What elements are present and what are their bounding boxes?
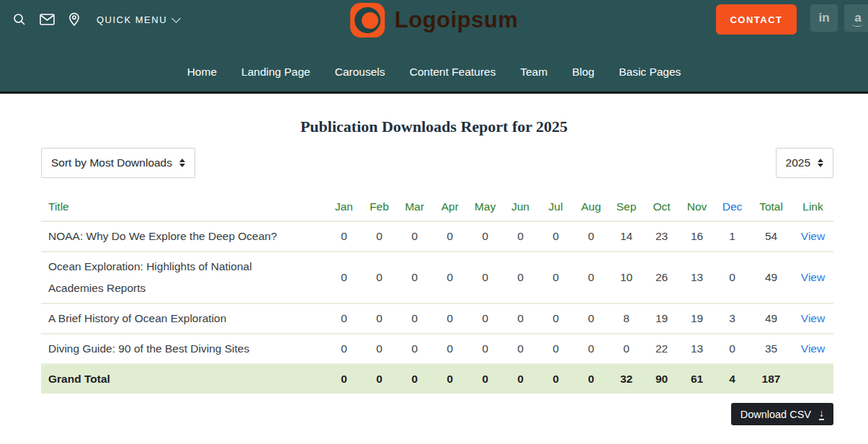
logo[interactable]: Logoipsum bbox=[350, 3, 519, 37]
month-cell: 0 bbox=[573, 221, 609, 252]
sort-select[interactable]: Sort by Most Downloads bbox=[41, 148, 195, 178]
column-header-feb[interactable]: Feb bbox=[362, 196, 397, 221]
month-cell: 3 bbox=[715, 303, 750, 334]
month-cell: 0 bbox=[362, 334, 397, 364]
month-cell: 0 bbox=[573, 252, 609, 303]
month-cell: 0 bbox=[432, 303, 467, 334]
link-cell: View bbox=[792, 221, 833, 252]
main-content: Publication Downloads Report for 2025 So… bbox=[0, 117, 868, 425]
nav-item-carousels[interactable]: Carousels bbox=[335, 66, 385, 79]
column-header-jul[interactable]: Jul bbox=[538, 196, 573, 221]
page-title: Publication Downloads Report for 2025 bbox=[0, 117, 868, 136]
linkedin-icon[interactable]: in bbox=[810, 4, 838, 32]
month-cell: 0 bbox=[397, 221, 432, 252]
grand-month-cell: 90 bbox=[644, 364, 679, 394]
nav-item-team[interactable]: Team bbox=[520, 66, 547, 79]
quick-menu-dropdown[interactable]: QUICK MENU bbox=[97, 14, 179, 25]
column-header-jun[interactable]: Jun bbox=[503, 196, 538, 221]
search-icon[interactable] bbox=[10, 10, 29, 29]
mail-icon[interactable] bbox=[37, 10, 56, 29]
logo-icon bbox=[350, 3, 385, 37]
month-cell: 1 bbox=[715, 221, 750, 252]
column-header-title[interactable]: Title bbox=[41, 196, 326, 221]
site-header: QUICK MENU Logoipsum CONTACT in a HomeLa… bbox=[0, 0, 868, 94]
grand-month-cell: 0 bbox=[362, 364, 397, 394]
column-header-sep[interactable]: Sep bbox=[609, 196, 644, 221]
link-cell: View bbox=[792, 252, 833, 303]
month-cell: 0 bbox=[538, 334, 573, 364]
month-cell: 0 bbox=[326, 334, 362, 364]
chevron-down-icon bbox=[171, 14, 181, 23]
row-title: Ocean Exploration: Highlights of Nationa… bbox=[41, 252, 326, 303]
view-link[interactable]: View bbox=[801, 230, 825, 242]
total-cell: 54 bbox=[750, 221, 792, 252]
month-cell: 0 bbox=[467, 334, 503, 364]
nav-item-blog[interactable]: Blog bbox=[572, 66, 594, 79]
table-row: NOAA: Why Do We Explore the Deep Ocean?0… bbox=[41, 221, 833, 252]
column-header-aug[interactable]: Aug bbox=[573, 196, 609, 221]
month-cell: 0 bbox=[362, 252, 397, 303]
view-link[interactable]: View bbox=[801, 312, 825, 324]
column-header-jan[interactable]: Jan bbox=[326, 196, 362, 221]
month-cell: 0 bbox=[467, 221, 503, 252]
column-header-total[interactable]: Total bbox=[750, 196, 792, 221]
month-cell: 22 bbox=[644, 334, 679, 364]
year-select[interactable]: 2025 bbox=[776, 148, 833, 178]
grand-total-cell: 187 bbox=[750, 364, 792, 394]
month-cell: 13 bbox=[679, 252, 715, 303]
download-csv-button[interactable]: Download CSV ↓ bbox=[731, 403, 833, 425]
total-cell: 35 bbox=[750, 334, 792, 364]
report-controls: Sort by Most Downloads 2025 bbox=[41, 148, 833, 178]
column-header-oct[interactable]: Oct bbox=[644, 196, 679, 221]
column-header-mar[interactable]: Mar bbox=[397, 196, 432, 221]
topbar-actions: CONTACT in a bbox=[716, 4, 868, 35]
column-header-link[interactable]: Link bbox=[792, 196, 833, 221]
table-head: TitleJanFebMarAprMayJunJulAugSepOctNovDe… bbox=[41, 196, 833, 221]
month-cell: 0 bbox=[503, 221, 538, 252]
location-icon[interactable] bbox=[65, 10, 84, 29]
amazon-icon[interactable]: a bbox=[844, 4, 868, 32]
month-cell: 0 bbox=[538, 303, 573, 334]
year-select-value: 2025 bbox=[786, 156, 810, 169]
total-cell: 49 bbox=[750, 252, 792, 303]
month-cell: 0 bbox=[609, 334, 644, 364]
nav-item-basic-pages[interactable]: Basic Pages bbox=[619, 66, 681, 79]
column-header-dec[interactable]: Dec bbox=[715, 196, 750, 221]
month-cell: 16 bbox=[679, 221, 715, 252]
topbar-utility: QUICK MENU bbox=[10, 10, 179, 29]
grand-total-label: Grand Total bbox=[41, 364, 326, 394]
nav-item-content-features[interactable]: Content Features bbox=[409, 66, 496, 79]
month-cell: 0 bbox=[538, 221, 573, 252]
grand-month-cell: 0 bbox=[467, 364, 503, 394]
month-cell: 0 bbox=[432, 252, 467, 303]
month-cell: 0 bbox=[326, 221, 362, 252]
download-row: Download CSV ↓ bbox=[0, 403, 833, 425]
month-cell: 0 bbox=[503, 334, 538, 364]
month-cell: 13 bbox=[679, 334, 715, 364]
month-cell: 0 bbox=[326, 303, 362, 334]
month-cell: 19 bbox=[644, 303, 679, 334]
select-arrows-icon bbox=[818, 159, 823, 167]
column-header-apr[interactable]: Apr bbox=[432, 196, 467, 221]
month-cell: 0 bbox=[397, 252, 432, 303]
view-link[interactable]: View bbox=[801, 342, 825, 355]
nav-item-home[interactable]: Home bbox=[187, 66, 217, 79]
column-header-nov[interactable]: Nov bbox=[679, 196, 715, 221]
link-cell: View bbox=[792, 334, 833, 364]
month-cell: 23 bbox=[644, 221, 679, 252]
column-header-may[interactable]: May bbox=[467, 196, 503, 221]
nav-item-landing-page[interactable]: Landing Page bbox=[241, 66, 310, 79]
grand-month-cell: 61 bbox=[679, 364, 715, 394]
month-cell: 0 bbox=[467, 252, 503, 303]
table-row: A Brief History of Ocean Exploration0000… bbox=[41, 303, 833, 334]
month-cell: 0 bbox=[432, 334, 467, 364]
month-cell: 0 bbox=[362, 221, 397, 252]
month-cell: 19 bbox=[679, 303, 715, 334]
view-link[interactable]: View bbox=[801, 271, 825, 283]
month-cell: 0 bbox=[326, 252, 362, 303]
contact-button[interactable]: CONTACT bbox=[716, 4, 797, 35]
downloads-table: TitleJanFebMarAprMayJunJulAugSepOctNovDe… bbox=[41, 196, 833, 394]
month-cell: 0 bbox=[573, 303, 609, 334]
grand-month-cell: 0 bbox=[397, 364, 432, 394]
sort-select-value: Sort by Most Downloads bbox=[51, 156, 172, 169]
